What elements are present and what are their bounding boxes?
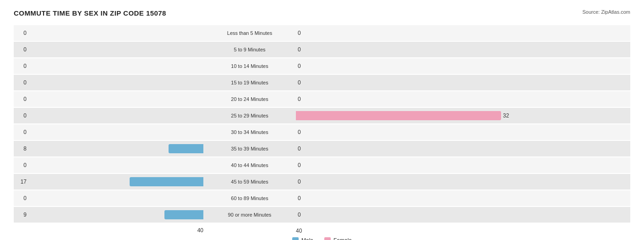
axis-left: 40 [14, 227, 206, 234]
bar-label: 25 to 29 Minutes [206, 113, 293, 118]
male-value: 9 [14, 212, 27, 218]
bar-label: 45 to 59 Minutes [206, 179, 293, 184]
bar-row: 835 to 39 Minutes0 [14, 141, 630, 156]
male-value: 0 [14, 195, 27, 201]
female-value: 0 [298, 79, 315, 86]
bar-label: 40 to 44 Minutes [206, 162, 293, 168]
legend: Male Female [14, 237, 630, 240]
bar-row: 05 to 9 Minutes0 [14, 42, 630, 57]
male-label: Male [301, 237, 313, 240]
male-bar-container [28, 128, 203, 137]
bar-label: 90 or more Minutes [206, 212, 293, 218]
right-section: 0 [293, 210, 630, 219]
left-section: 0 [14, 61, 206, 71]
female-label: Female [333, 237, 352, 240]
male-bar-container [28, 177, 203, 186]
right-section: 0 [293, 28, 630, 38]
bar-label: 20 to 24 Minutes [206, 96, 293, 102]
male-bar-container [28, 28, 203, 38]
right-section: 0 [293, 128, 630, 137]
male-value: 0 [14, 112, 27, 119]
male-bar-container [28, 45, 203, 54]
male-value: 17 [14, 179, 27, 185]
legend-female: Female [324, 237, 352, 240]
bar-row: 990 or more Minutes0 [14, 207, 630, 223]
female-value: 0 [298, 63, 315, 69]
female-value: 0 [298, 129, 315, 135]
source-label: Source: ZipAtlas.com [582, 9, 630, 15]
bar-row: 030 to 34 Minutes0 [14, 124, 630, 140]
left-section: 0 [14, 28, 206, 38]
bar-label: 5 to 9 Minutes [206, 47, 293, 52]
bar-row: 060 to 89 Minutes0 [14, 190, 630, 206]
left-section: 0 [14, 95, 206, 104]
legend-male: Male [292, 237, 313, 240]
left-section: 0 [14, 78, 206, 87]
male-value: 8 [14, 145, 27, 152]
male-bar-container [28, 61, 203, 71]
female-value: 0 [298, 96, 315, 102]
male-bar-container [28, 111, 203, 120]
female-value: 0 [298, 179, 315, 185]
left-section: 9 [14, 210, 206, 219]
left-section: 8 [14, 144, 206, 153]
bar-label: 10 to 14 Minutes [206, 63, 293, 69]
right-section: 0 [293, 177, 630, 186]
male-value: 0 [14, 96, 27, 102]
male-value: 0 [14, 63, 27, 69]
male-value: 0 [14, 30, 27, 36]
female-value: 0 [298, 212, 315, 218]
axis-right-value: 40 [296, 228, 302, 234]
male-bar [169, 144, 203, 153]
female-bar [296, 111, 501, 120]
right-section: 0 [293, 161, 630, 170]
male-value: 0 [14, 162, 27, 168]
bar-label: 35 to 39 Minutes [206, 146, 293, 151]
bar-label: 30 to 34 Minutes [206, 129, 293, 135]
chart-header: COMMUTE TIME BY SEX IN ZIP CODE 15078 So… [14, 9, 630, 17]
bar-row: 020 to 24 Minutes0 [14, 91, 630, 107]
male-value: 0 [14, 79, 27, 86]
bar-row: 040 to 44 Minutes0 [14, 157, 630, 173]
female-value: 0 [298, 46, 315, 53]
female-value: 0 [298, 162, 315, 168]
left-section: 0 [14, 111, 206, 120]
male-bar-container [28, 161, 203, 170]
chart-title: COMMUTE TIME BY SEX IN ZIP CODE 15078 [14, 9, 166, 17]
male-value: 0 [14, 46, 27, 53]
chart-area: 0Less than 5 Minutes005 to 9 Minutes0010… [14, 25, 630, 223]
right-section: 0 [293, 95, 630, 104]
right-section: 32 [293, 111, 630, 120]
left-section: 17 [14, 177, 206, 186]
bar-label: 15 to 19 Minutes [206, 80, 293, 85]
male-swatch [292, 237, 299, 240]
bar-row: 015 to 19 Minutes0 [14, 75, 630, 90]
bar-row: 1745 to 59 Minutes0 [14, 174, 630, 190]
axis-left-value: 40 [197, 227, 203, 234]
left-section: 0 [14, 128, 206, 137]
male-value: 0 [14, 129, 27, 135]
bar-row: 010 to 14 Minutes0 [14, 58, 630, 74]
bar-label: 60 to 89 Minutes [206, 195, 293, 201]
male-bar-container [28, 95, 203, 104]
male-bar [130, 177, 204, 186]
male-bar [164, 210, 204, 219]
female-value: 0 [298, 30, 315, 36]
female-value: 32 [503, 112, 520, 119]
axis-row: 40 40 [14, 226, 630, 234]
male-bar-container [28, 144, 203, 153]
bar-label: Less than 5 Minutes [206, 30, 293, 36]
female-value: 0 [298, 195, 315, 201]
male-bar-container [28, 78, 203, 87]
right-section: 0 [293, 78, 630, 87]
male-bar-container [28, 194, 203, 203]
male-bar-container [28, 210, 203, 219]
bar-row: 025 to 29 Minutes32 [14, 108, 630, 123]
female-value: 0 [298, 145, 315, 152]
female-swatch [324, 237, 331, 240]
left-section: 0 [14, 194, 206, 203]
axis-right: 40 [293, 226, 630, 234]
right-section: 0 [293, 45, 630, 54]
right-section: 0 [293, 144, 630, 153]
right-section: 0 [293, 61, 630, 71]
